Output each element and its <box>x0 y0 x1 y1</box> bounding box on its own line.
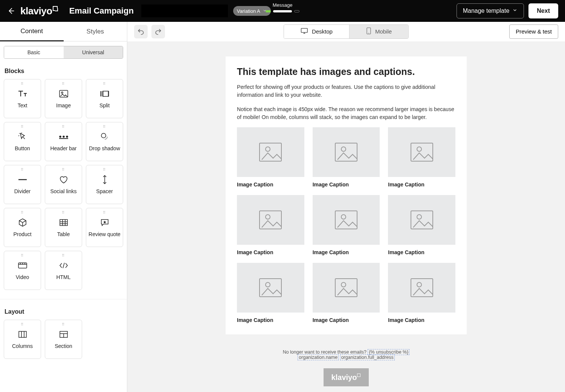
block-table[interactable]: ⠿ Table <box>45 208 82 247</box>
block-header-bar[interactable]: ⠿ Header bar <box>45 122 82 161</box>
layout-section[interactable]: ⠿ Section <box>45 320 82 359</box>
campaign-name-redacted <box>141 5 228 17</box>
image-placeholder-icon <box>313 195 380 245</box>
image-cell[interactable]: Image Caption <box>388 127 455 188</box>
image-caption[interactable]: Image Caption <box>313 182 380 188</box>
block-label: Section <box>55 343 72 349</box>
image-cell[interactable]: Image Caption <box>313 127 380 188</box>
drag-handle-icon: ⠿ <box>62 255 65 256</box>
drag-handle-icon: ⠿ <box>103 212 106 214</box>
step-dots <box>266 10 299 12</box>
block-image[interactable]: ⠿ Image <box>45 79 82 118</box>
image-caption[interactable]: Image Caption <box>237 182 304 188</box>
image-caption[interactable]: Image Caption <box>388 182 455 188</box>
svg-point-26 <box>266 282 270 287</box>
next-button[interactable]: Next <box>528 3 558 18</box>
block-split[interactable]: ⠿ Split <box>86 79 123 118</box>
image-cell[interactable]: Image Caption <box>237 127 304 188</box>
powered-by-klaviyo[interactable]: klaviyo <box>324 368 369 386</box>
block-html[interactable]: ⠿ HTML <box>45 251 82 290</box>
image-cell[interactable]: Image Caption <box>313 263 380 323</box>
block-social-links[interactable]: ⠿ Social links <box>45 165 82 204</box>
header-bar-icon <box>58 132 69 142</box>
svg-point-4 <box>63 136 64 137</box>
email-paragraph-2[interactable]: Notice that each image is 450px wide. Th… <box>237 105 455 122</box>
manage-template-button[interactable]: Manage template <box>457 3 524 18</box>
drag-handle-icon: ⠿ <box>62 212 65 214</box>
svg-point-28 <box>341 282 346 287</box>
svg-rect-11 <box>301 28 308 32</box>
svg-rect-2 <box>103 91 108 96</box>
subtab-basic[interactable]: Basic <box>4 46 64 58</box>
svg-rect-9 <box>19 331 26 337</box>
image-caption[interactable]: Image Caption <box>237 249 304 255</box>
block-product[interactable]: ⠿ Product <box>4 208 41 247</box>
drag-handle-icon: ⠿ <box>62 83 65 85</box>
device-toggle: Desktop Mobile <box>284 24 409 39</box>
device-desktop-button[interactable]: Desktop <box>284 25 350 38</box>
image-caption[interactable]: Image Caption <box>388 249 455 255</box>
block-divider[interactable]: ⠿ Divider <box>4 165 41 204</box>
block-video[interactable]: ⠿ Video <box>4 251 41 290</box>
back-button[interactable] <box>7 7 15 15</box>
block-label: Header bar <box>50 145 76 151</box>
tab-content[interactable]: Content <box>0 22 64 41</box>
svg-rect-7 <box>60 220 67 226</box>
variation-dropdown[interactable]: Variation A <box>233 6 271 16</box>
image-cell[interactable]: Image Caption <box>313 195 380 255</box>
block-label: Spacer <box>96 188 113 194</box>
image-cell[interactable]: Image Caption <box>237 263 304 323</box>
block-label: HTML <box>56 274 70 280</box>
org-address-tag[interactable]: organization.full_address <box>340 354 395 360</box>
manage-template-label: Manage template <box>463 8 510 14</box>
tab-styles[interactable]: Styles <box>64 22 127 41</box>
block-label: Text <box>18 102 27 108</box>
block-label: Video <box>16 274 29 280</box>
email-heading[interactable]: This template has images and captions. <box>237 66 455 77</box>
image-placeholder-icon <box>313 127 380 177</box>
layout-columns[interactable]: ⠿ Columns <box>4 320 41 359</box>
drag-handle-icon: ⠿ <box>21 212 24 214</box>
block-label: Product <box>13 231 31 237</box>
sidebar-tabs: Content Styles <box>0 22 127 41</box>
image-caption[interactable]: Image Caption <box>313 249 380 255</box>
email-body[interactable]: This template has images and captions. P… <box>226 56 467 334</box>
drag-handle-icon: ⠿ <box>103 126 106 128</box>
device-mobile-button[interactable]: Mobile <box>350 25 408 38</box>
preview-test-button[interactable]: Preview & test <box>509 24 558 39</box>
logo-text: klaviyo <box>20 5 52 17</box>
editor-toolbar: Desktop Mobile Preview & test <box>127 22 565 41</box>
image-caption[interactable]: Image Caption <box>388 317 455 323</box>
drag-handle-icon: ⠿ <box>21 324 24 325</box>
block-spacer[interactable]: ⠿ Spacer <box>86 165 123 204</box>
split-icon <box>100 89 110 99</box>
block-label: Image <box>56 102 71 108</box>
code-icon <box>59 261 69 270</box>
email-paragraph-1[interactable]: Perfect for showing off your products or… <box>237 83 455 99</box>
block-text[interactable]: ⠿ Text <box>4 79 41 118</box>
email-footer-text[interactable]: No longer want to receive these emails? … <box>226 349 467 360</box>
subtab-universal[interactable]: Universal <box>64 46 123 58</box>
svg-point-24 <box>417 215 421 219</box>
block-label: Table <box>57 231 70 237</box>
redo-button[interactable] <box>151 25 165 38</box>
section-icon <box>59 329 68 339</box>
image-cell[interactable]: Image Caption <box>388 195 455 255</box>
org-name-tag[interactable]: organization.name <box>298 354 339 360</box>
image-grid: Image Caption Image Caption Image Captio… <box>237 127 455 323</box>
block-button[interactable]: ⠿ Button <box>4 122 41 161</box>
image-cell[interactable]: Image Caption <box>237 195 304 255</box>
svg-point-3 <box>60 136 61 137</box>
block-label: Review quote <box>89 231 121 237</box>
block-label: Button <box>15 145 30 151</box>
image-cell[interactable]: Image Caption <box>388 263 455 323</box>
footer-logo-text: klaviyo <box>331 373 357 382</box>
undo-button[interactable] <box>134 25 148 38</box>
image-caption[interactable]: Image Caption <box>237 317 304 323</box>
image-caption[interactable]: Image Caption <box>313 317 380 323</box>
drag-handle-icon: ⠿ <box>103 83 106 85</box>
block-drop-shadow[interactable]: ⠿ Drop shadow <box>86 122 123 161</box>
block-review-quote[interactable]: ⠿ Review quote <box>86 208 123 247</box>
chevron-down-icon <box>512 8 518 14</box>
email-canvas[interactable]: This template has images and captions. P… <box>127 41 565 392</box>
